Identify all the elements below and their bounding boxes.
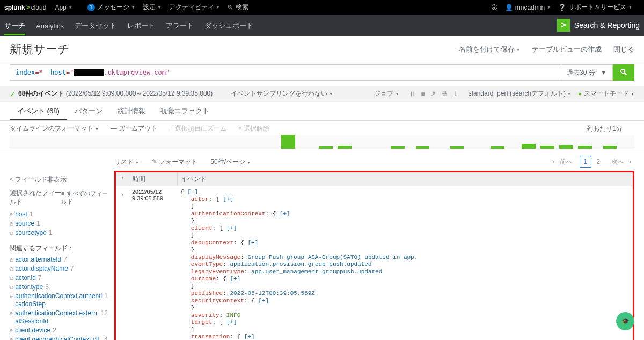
export-icon[interactable]: ⤓ — [453, 90, 458, 98]
timeline-format[interactable]: タイムラインのフォーマット▼ — [10, 124, 99, 133]
field-item[interactable]: asourcetype1 — [10, 228, 108, 237]
zoom-out[interactable]: — ズームアウト — [111, 124, 157, 133]
activity-menu[interactable]: アクティビティ▼ — [169, 3, 220, 12]
field-item[interactable]: aclient.device2 — [10, 326, 108, 335]
field-item[interactable]: aactor.type3 — [10, 283, 108, 292]
hide-fields[interactable]: <フィールド非表示 — [10, 171, 108, 189]
per-page[interactable]: 50件/ページ▼ — [210, 157, 251, 167]
event-table: i 時間 イベント › 2022/05/12 9:39:05.559 { [-]… — [114, 171, 634, 340]
nav-tab-datasets[interactable]: データセット — [75, 15, 116, 35]
role-mode[interactable]: standard_perf (searchデフォルト)▼ — [469, 89, 571, 98]
nav-tab-alerts[interactable]: アラート — [166, 15, 194, 35]
search-icon: 🔍︎ — [227, 4, 233, 11]
settings-menu[interactable]: 設定▼ — [143, 3, 162, 12]
nav-tab-dashboards[interactable]: ダッシュボード — [204, 15, 253, 35]
user-menu[interactable]: 👤mncadmin▼ — [505, 4, 551, 11]
field-item[interactable]: aclient.geographicalContext.city4 — [10, 335, 108, 340]
help-icon: 🎓 — [621, 317, 630, 325]
smart-mode[interactable]: ●スマートモード▼ — [579, 89, 634, 98]
per-column: 列あたり1分 — [587, 124, 623, 133]
next-page[interactable]: 次へ › — [608, 157, 631, 167]
support-menu[interactable]: ❔サポート＆サービス▼ — [558, 3, 632, 12]
share-icon[interactable]: ↗ — [430, 90, 436, 98]
check-icon: ✓ — [10, 90, 16, 98]
timeline-chart[interactable] — [0, 135, 644, 151]
global-search[interactable]: 🔍︎検索 — [227, 3, 248, 12]
print-icon[interactable]: 🖶 — [441, 90, 448, 98]
tab-patterns[interactable]: パターン — [67, 102, 110, 120]
tab-statistics[interactable]: 統計情報 — [110, 102, 153, 120]
create-table-view[interactable]: テーブルビューの作成 — [532, 45, 602, 54]
stop-icon[interactable]: ■ — [421, 90, 425, 98]
field-item[interactable]: aactor.id7 — [10, 273, 108, 283]
brand-icon: > — [557, 19, 570, 32]
event-sampling[interactable]: イベントサンプリングを行わない▼ — [231, 89, 333, 98]
page-1[interactable]: 1 — [580, 156, 591, 168]
expand-row-icon[interactable]: › — [116, 186, 129, 340]
nav-tab-analytics[interactable]: Analytics — [36, 16, 64, 35]
zoom-selection: + 選択項目にズーム — [169, 124, 226, 133]
field-item[interactable]: aauthenticationContext.externalSessionId… — [10, 309, 108, 326]
search-input[interactable]: index=* host=".oktapreview.com" — [10, 64, 561, 81]
field-item[interactable]: #authenticationContext.authenticationSte… — [10, 292, 108, 309]
pause-icon[interactable]: ⏸ — [409, 90, 415, 98]
clear-selection: × 選択解除 — [238, 124, 269, 133]
selected-fields-label: 選択されたフィールド — [10, 189, 61, 207]
page-2[interactable]: 2 — [592, 156, 604, 168]
field-item[interactable]: asource1 — [10, 219, 108, 228]
help-floating-button[interactable]: 🎓 — [616, 312, 634, 330]
pager: ‹ 前へ 1 2 次へ › — [549, 156, 634, 168]
col-info: i — [116, 172, 129, 186]
search-icon: 🔍︎ — [619, 68, 628, 77]
badge: 1 — [87, 4, 95, 11]
event-row: › 2022/05/12 9:39:05.559 { [-] actor: { … — [116, 186, 633, 340]
result-count: ✓68件のイベント (2022/05/12 9:09:00.000～2022/0… — [10, 89, 213, 98]
prev-page[interactable]: ‹ 前へ — [552, 157, 575, 167]
user-icon: 👤 — [505, 4, 513, 11]
messages-menu[interactable]: 1メッセージ▼ — [87, 3, 135, 12]
redacted-host — [74, 69, 104, 76]
format-view[interactable]: ✎ フォーマット — [152, 157, 197, 167]
field-item[interactable]: ahost1 — [10, 210, 108, 219]
field-item[interactable]: aactor.displayName7 — [10, 264, 108, 273]
page-title: 新規サーチ — [10, 41, 70, 57]
related-fields-label: 関連するフィールド： — [10, 244, 108, 253]
event-raw[interactable]: { [-] actor: { [+] } authenticationConte… — [177, 186, 633, 340]
save-as-menu[interactable]: 名前を付けて保存▼ — [459, 45, 520, 54]
col-event[interactable]: イベント — [177, 172, 633, 186]
list-view[interactable]: リスト▼ — [114, 157, 139, 167]
col-time[interactable]: 時間 — [129, 172, 177, 186]
time-range-picker[interactable]: 過去30 分▼ — [561, 64, 613, 81]
tab-events[interactable]: イベント (68) — [10, 102, 67, 120]
app-menu[interactable]: App▼ — [55, 4, 72, 11]
help-bell[interactable]: 🛈 — [491, 4, 497, 11]
tab-visualization[interactable]: 視覚エフェクト — [153, 102, 217, 120]
search-button[interactable]: 🔍︎ — [613, 64, 634, 81]
field-item[interactable]: aactor.alternateId7 — [10, 255, 108, 264]
close-link[interactable]: 閉じる — [613, 45, 634, 54]
app-brand: >Search & Reporting — [557, 19, 640, 32]
job-actions[interactable]: ⏸ ■ ↗ 🖶 ⤓ — [406, 90, 460, 98]
nav-tab-reports[interactable]: レポート — [127, 15, 155, 35]
event-timestamp: 2022/05/12 9:39:05.559 — [129, 186, 177, 340]
job-menu[interactable]: ジョブ▼ — [374, 89, 399, 98]
nav-tab-search[interactable]: サーチ — [4, 15, 25, 35]
logo: splunk>cloud — [4, 4, 46, 11]
all-fields[interactable]: ≡ すべてのフィールド — [61, 190, 108, 206]
help-icon: ❔ — [558, 4, 566, 11]
